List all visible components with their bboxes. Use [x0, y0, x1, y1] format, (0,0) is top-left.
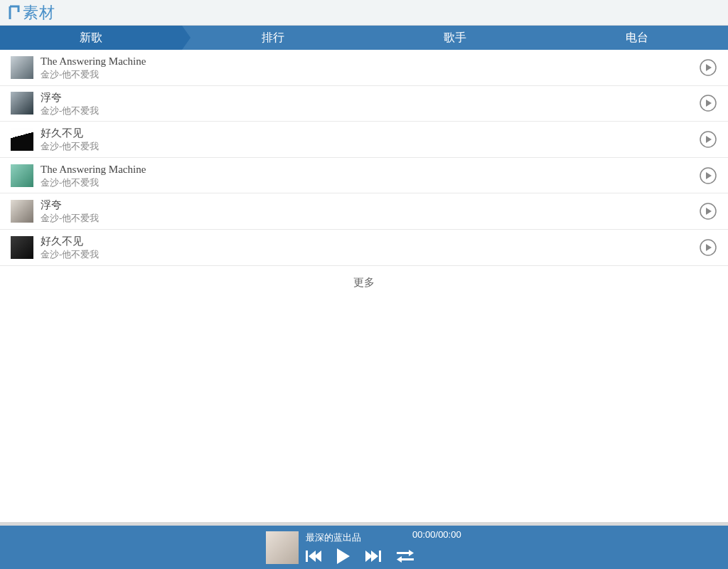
play-icon[interactable] — [699, 166, 717, 185]
time-display: 00:00/00:00 — [412, 529, 461, 540]
song-thumb — [11, 92, 33, 115]
brand-text: 素材 — [23, 2, 55, 23]
brand-logo: 素材 — [9, 2, 55, 23]
song-row[interactable]: 浮夸金沙-他不爱我 — [0, 193, 728, 230]
song-row[interactable]: The Answering Machine金沙-他不爱我 — [0, 50, 728, 86]
song-text: The Answering Machine金沙-他不爱我 — [41, 163, 699, 188]
song-subtitle: 金沙-他不爱我 — [41, 105, 699, 117]
song-thumb — [11, 236, 33, 259]
svg-marker-20 — [409, 550, 414, 556]
song-subtitle: 金沙-他不爱我 — [41, 213, 699, 224]
song-title: 好久不见 — [41, 127, 699, 139]
svg-rect-19 — [397, 552, 410, 554]
svg-marker-3 — [706, 100, 712, 107]
svg-marker-1 — [706, 64, 712, 71]
tab-radio[interactable]: 电台 — [546, 26, 728, 50]
tab-new-songs[interactable]: 新歌 — [0, 26, 182, 50]
player-controls — [306, 548, 414, 564]
player-album-thumb[interactable] — [266, 531, 299, 564]
tab-artist[interactable]: 歌手 — [364, 26, 546, 50]
shuffle-icon[interactable] — [397, 550, 414, 563]
play-icon[interactable] — [337, 548, 350, 564]
song-text: 好久不见金沙-他不爱我 — [41, 235, 699, 260]
svg-rect-12 — [306, 551, 308, 562]
player-content: 最深的蓝出品 — [266, 522, 414, 569]
song-subtitle: 金沙-他不爱我 — [41, 141, 699, 152]
prev-icon[interactable] — [306, 550, 321, 563]
load-more-button[interactable]: 更多 — [0, 266, 728, 299]
svg-rect-18 — [379, 551, 381, 562]
song-thumb — [11, 56, 33, 79]
song-text: The Answering Machine金沙-他不爱我 — [41, 55, 699, 80]
play-icon[interactable] — [699, 130, 717, 149]
play-icon[interactable] — [699, 238, 717, 257]
song-title: 浮夸 — [41, 91, 699, 104]
play-icon[interactable] — [699, 94, 717, 112]
nav-tabs: 新歌 排行 歌手 电台 — [0, 26, 728, 50]
logo-icon — [9, 5, 21, 21]
svg-marker-22 — [397, 556, 402, 563]
song-row[interactable]: 浮夸金沙-他不爱我 — [0, 86, 728, 122]
svg-marker-7 — [706, 172, 712, 179]
song-list: The Answering Machine金沙-他不爱我浮夸金沙-他不爱我好久不… — [0, 50, 728, 266]
song-text: 好久不见金沙-他不爱我 — [41, 127, 699, 152]
song-thumb — [11, 200, 33, 223]
app-header: 素材 — [0, 0, 728, 26]
play-icon[interactable] — [699, 58, 717, 77]
song-row[interactable]: 好久不见金沙-他不爱我 — [0, 122, 728, 158]
song-row[interactable]: The Answering Machine金沙-他不爱我 — [0, 158, 728, 194]
svg-marker-5 — [706, 136, 712, 143]
player-info: 最深的蓝出品 — [306, 531, 414, 564]
next-icon[interactable] — [365, 550, 381, 563]
song-row[interactable]: 好久不见金沙-他不爱我 — [0, 230, 728, 266]
svg-marker-11 — [706, 244, 712, 251]
song-title: The Answering Machine — [41, 163, 699, 176]
song-thumb — [11, 128, 33, 151]
song-thumb — [11, 164, 33, 187]
song-text: 浮夸金沙-他不爱我 — [41, 91, 699, 117]
now-playing-title: 最深的蓝出品 — [306, 531, 414, 544]
svg-marker-17 — [371, 551, 378, 562]
svg-rect-21 — [401, 558, 414, 560]
song-subtitle: 金沙-他不爱我 — [41, 69, 699, 80]
song-subtitle: 金沙-他不爱我 — [41, 249, 699, 260]
svg-marker-15 — [337, 548, 350, 564]
song-title: The Answering Machine — [41, 55, 699, 68]
song-title: 好久不见 — [41, 235, 699, 248]
play-icon[interactable] — [699, 202, 717, 220]
song-subtitle: 金沙-他不爱我 — [41, 177, 699, 188]
player-bar: 00:00/00:00 最深的蓝出品 — [0, 522, 728, 569]
progress-bar[interactable] — [0, 522, 728, 526]
svg-marker-9 — [706, 208, 712, 215]
song-title: 浮夸 — [41, 198, 699, 211]
song-text: 浮夸金沙-他不爱我 — [41, 198, 699, 224]
tab-ranking[interactable]: 排行 — [182, 26, 364, 50]
